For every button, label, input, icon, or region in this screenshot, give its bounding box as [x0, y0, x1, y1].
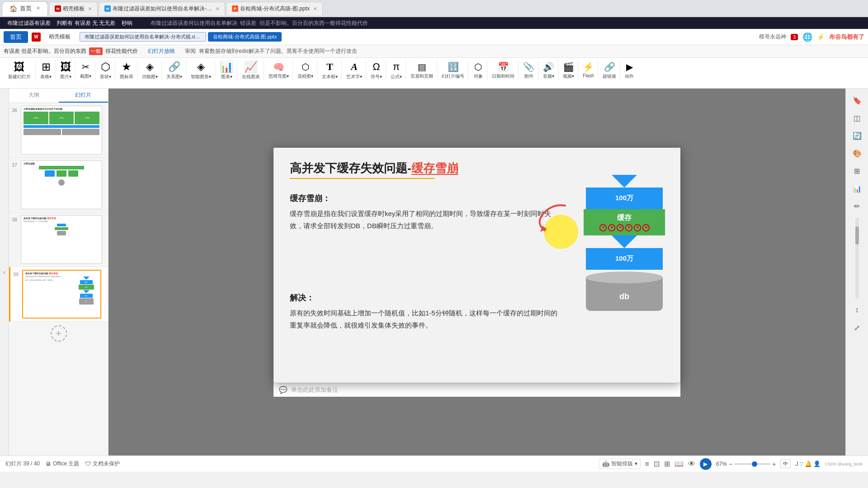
right-btn-grid[interactable]: ⊞: [849, 163, 865, 179]
ime-icon-4[interactable]: 👤: [813, 460, 821, 467]
image-btn[interactable]: 🖼 图片▾: [58, 60, 73, 81]
chart-btn[interactable]: 📊 图表▾: [218, 60, 235, 81]
tab-ppt[interactable]: P 谷粒商城-分布式高级-图.pptx ✕: [226, 2, 323, 15]
tab-doc[interactable]: W 布隆过滤器误差如何以使用自名单解决-分布式梳.docx ✕: [99, 2, 225, 15]
tab-wps[interactable]: W 稻壳模板 ✕: [49, 2, 98, 15]
slidenum-btn[interactable]: 🔢 幻灯片编号: [440, 60, 466, 80]
right-expand-btn[interactable]: ⤢: [849, 319, 865, 336]
symbol-icon: Ω: [373, 61, 380, 74]
nav-globe-icon: 🌐: [802, 32, 812, 42]
tab-home[interactable]: 🏠 首页 ✕: [2, 1, 48, 16]
ime-icon-1[interactable]: J: [795, 460, 798, 467]
funcdiag-icon: ◈: [146, 61, 154, 74]
zoom-slider-track[interactable]: [734, 463, 770, 465]
video-btn[interactable]: 🎬 视频▾: [561, 60, 576, 80]
zoom-minus[interactable]: −: [729, 460, 732, 468]
artword-btn[interactable]: A 艺术字▾: [344, 60, 364, 81]
ime-lang-btn[interactable]: 中: [780, 460, 791, 468]
zoom-plus[interactable]: +: [772, 460, 776, 468]
action-label: 动作: [625, 73, 634, 80]
action-btn[interactable]: ▶ 动作: [623, 60, 636, 80]
formula-btn[interactable]: π 公式▾: [389, 60, 404, 81]
zoom-slider-thumb[interactable]: [752, 461, 757, 467]
smartshape-btn[interactable]: ◈ 智能图形▾: [189, 60, 213, 81]
tab-outline[interactable]: 大纲: [9, 89, 59, 103]
datetime-btn[interactable]: 📅 日期和时间: [490, 60, 516, 80]
new-slide-btn[interactable]: 🖼 新建幻灯片: [6, 60, 33, 81]
notice-slideshow[interactable]: 幻灯片放映: [148, 47, 175, 55]
ribbon-group-video: 🎬 视频▾: [559, 60, 578, 80]
ime-icon-2[interactable]: ∵: [800, 460, 803, 467]
diagram-arrow-top: [612, 175, 637, 188]
attach-btn[interactable]: 📎 附件: [521, 60, 536, 80]
x-icon-6: ✕: [642, 224, 650, 231]
right-btn-edit[interactable]: ✏: [849, 198, 865, 214]
header-btn[interactable]: ▤ 页眉和页脚: [409, 60, 435, 80]
right-btn-resize[interactable]: ↕: [849, 302, 865, 318]
iconlib-icon: ★: [122, 61, 132, 74]
right-btn-color[interactable]: 🎨: [849, 145, 865, 161]
tab-wps-close[interactable]: ✕: [88, 6, 92, 11]
hyperlink-btn[interactable]: 🔗 超链接: [601, 60, 618, 80]
ribbon-group-screenshot: ✂ 截图▾: [76, 60, 95, 80]
slide-thumbnail-37[interactable]: 37 分零试滤器: [9, 158, 108, 212]
x-icon-1: ✕: [599, 224, 607, 231]
nav-file-tab-ppt[interactable]: 谷粒商城-分布式高级-图.pptx: [208, 32, 282, 42]
table-btn[interactable]: ⊞ 表格▾: [38, 60, 53, 81]
slide-thumbnail-39[interactable]: 39 高并发下缓存失效问题-缓存雪崩 缓存雪崩是指在我们设置缓存时key采用了相…: [9, 267, 108, 322]
table-icon: ⊞: [42, 61, 51, 74]
right-scrollbar-thumb[interactable]: [855, 226, 859, 244]
slide-section2: 解决： 原有的失效时间基础上增加一个随机值，比如1-5分钟随机，这样每一个缓存的…: [290, 292, 563, 332]
shape-btn[interactable]: ⬡ 形状▾: [98, 60, 113, 81]
nav-home-btn[interactable]: 首页: [4, 31, 28, 43]
tab-home-close[interactable]: ✕: [36, 5, 40, 11]
reading-view-btn[interactable]: 📖: [675, 460, 684, 468]
datetime-label: 日期和时间: [492, 73, 514, 80]
onlinechart-btn[interactable]: 📈 在线图表: [240, 60, 262, 81]
flash-label: Flash: [583, 73, 594, 78]
flash-btn[interactable]: ⚡ Flash: [581, 60, 596, 79]
slide-thumbnail-36[interactable]: 36 分零试滤器-多路程式点分布式下的问题 subMap subMap subM…: [9, 103, 108, 158]
list-view-btn[interactable]: ≡: [645, 460, 649, 468]
right-btn-rotate[interactable]: 🔄: [849, 127, 865, 144]
nav-file-tab-doc[interactable]: 布隆过滤器误差如何以使用自名单解决-分布式梳.docx: [80, 32, 206, 42]
right-btn-layout[interactable]: ◫: [849, 110, 865, 126]
normal-view-btn[interactable]: ⊡: [654, 460, 660, 468]
smart-sort-btn[interactable]: 🤖 智能排版 ▾: [599, 459, 640, 469]
symbol-btn[interactable]: Ω 符号▾: [369, 60, 384, 81]
comment-placeholder[interactable]: 单击此处添加备注: [291, 386, 338, 394]
nav-thunder-icon: ⚡: [817, 33, 825, 41]
scroll-text-1: 布隆过滤器有误差 判断有 有误差 无 无无差 秒响: [7, 19, 132, 27]
tab-ppt-close[interactable]: ✕: [313, 6, 317, 11]
status-protection: 🛡 文档未保护: [85, 460, 120, 468]
right-btn-chart[interactable]: 📊: [849, 180, 865, 197]
x-icon-2: ✕: [608, 224, 615, 231]
tab-doc-close[interactable]: ✕: [216, 6, 219, 11]
ime-icon-3[interactable]: 🔔: [805, 460, 812, 467]
grid-view-btn[interactable]: ⊞: [664, 460, 670, 468]
ribbon-group-attach: 📎 附件: [519, 60, 538, 80]
iconlib-btn[interactable]: ★ 图标库: [118, 60, 135, 81]
doc-favicon: W: [104, 5, 111, 12]
slide-num-36: 36: [12, 108, 21, 113]
slide-thumbnail-38[interactable]: 38 高并发下缓存失效问题-缓存穿透 缓存穿透是指查询一个一定不存在的数据...: [9, 212, 108, 267]
relation-btn[interactable]: 🔗 关系图▾: [165, 60, 184, 81]
tab-slides[interactable]: 幻灯片: [59, 89, 108, 103]
presenter-view-btn[interactable]: 👁: [688, 460, 695, 468]
mindmap-btn[interactable]: 🧠 思维导图▾: [267, 60, 291, 80]
play-btn[interactable]: ▶: [700, 458, 712, 470]
funcdiag-btn[interactable]: ◈ 功能图▾: [140, 60, 160, 81]
screenshot-btn[interactable]: ✂ 截图▾: [78, 60, 93, 80]
status-slide-info: 幻灯片 39 / 40: [5, 460, 40, 468]
nav-template-btn[interactable]: 稻壳模板: [44, 31, 75, 42]
panel-nav-prev[interactable]: ‹: [0, 89, 9, 455]
tab-doc-label: 布隆过滤器误差如何以使用自名单解决-分布式梳.docx: [113, 5, 212, 13]
slide-info-text: 幻灯片 39 / 40: [5, 460, 40, 468]
textbox-btn[interactable]: T 文本框▾: [320, 60, 340, 81]
object-btn[interactable]: ⬡ 对象: [472, 60, 485, 80]
audio-btn[interactable]: 🔊 音频▾: [541, 60, 556, 80]
flowchart-btn[interactable]: ⬡ 流程图▾: [296, 60, 315, 80]
artword-label: 艺术字▾: [346, 74, 362, 80]
right-btn-bookmark[interactable]: 🔖: [849, 92, 865, 108]
add-slide-btn[interactable]: +: [51, 325, 67, 342]
